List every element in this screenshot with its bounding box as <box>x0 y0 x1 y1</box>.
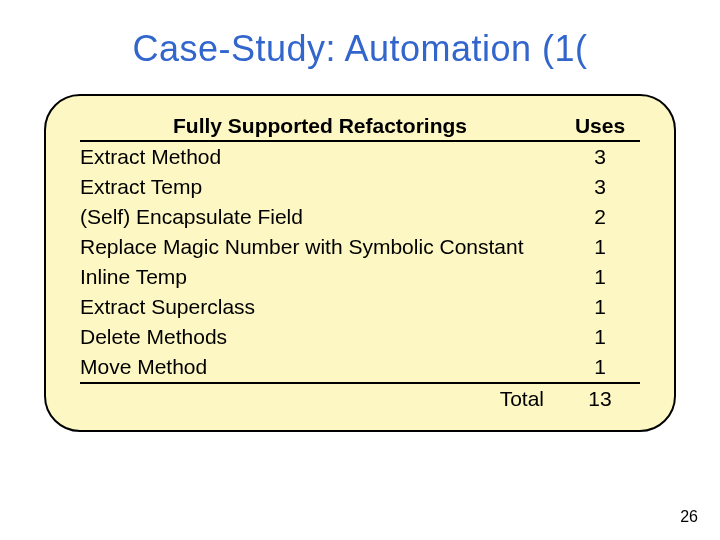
cell-name: Move Method <box>80 352 560 383</box>
cell-uses: 1 <box>560 262 640 292</box>
page-number: 26 <box>680 508 698 526</box>
table-row: (Self) Encapsulate Field 2 <box>80 202 640 232</box>
col-header-uses: Uses <box>560 114 640 141</box>
cell-uses: 3 <box>560 172 640 202</box>
total-row: Total 13 <box>80 384 640 414</box>
cell-name: Extract Temp <box>80 172 560 202</box>
slide: Case-Study: Automation (1( Fully Support… <box>0 0 720 540</box>
table-row: Inline Temp 1 <box>80 262 640 292</box>
table-header-row: Fully Supported Refactorings Uses <box>80 114 640 141</box>
cell-name: Extract Superclass <box>80 292 560 322</box>
total-value: 13 <box>560 384 640 414</box>
cell-name: (Self) Encapsulate Field <box>80 202 560 232</box>
table-row: Extract Temp 3 <box>80 172 640 202</box>
table-row: Move Method 1 <box>80 352 640 383</box>
table-row: Replace Magic Number with Symbolic Const… <box>80 232 640 262</box>
cell-uses: 1 <box>560 292 640 322</box>
cell-name: Extract Method <box>80 142 560 172</box>
table-row: Extract Superclass 1 <box>80 292 640 322</box>
col-header-name: Fully Supported Refactorings <box>80 114 560 141</box>
cell-name: Replace Magic Number with Symbolic Const… <box>80 232 560 262</box>
cell-uses: 1 <box>560 232 640 262</box>
slide-title: Case-Study: Automation (1( <box>44 28 676 70</box>
table-row: Delete Methods 1 <box>80 322 640 352</box>
total-label: Total <box>80 384 560 414</box>
cell-name: Inline Temp <box>80 262 560 292</box>
cell-uses: 3 <box>560 142 640 172</box>
table-body: Extract Method 3 Extract Temp 3 (Self) E… <box>80 142 640 384</box>
cell-name: Delete Methods <box>80 322 560 352</box>
table-row: Extract Method 3 <box>80 142 640 172</box>
cell-uses: 1 <box>560 352 640 383</box>
cell-uses: 1 <box>560 322 640 352</box>
cell-uses: 2 <box>560 202 640 232</box>
content-box: Fully Supported Refactorings Uses Extrac… <box>44 94 676 432</box>
refactorings-table: Fully Supported Refactorings Uses Extrac… <box>80 114 640 414</box>
